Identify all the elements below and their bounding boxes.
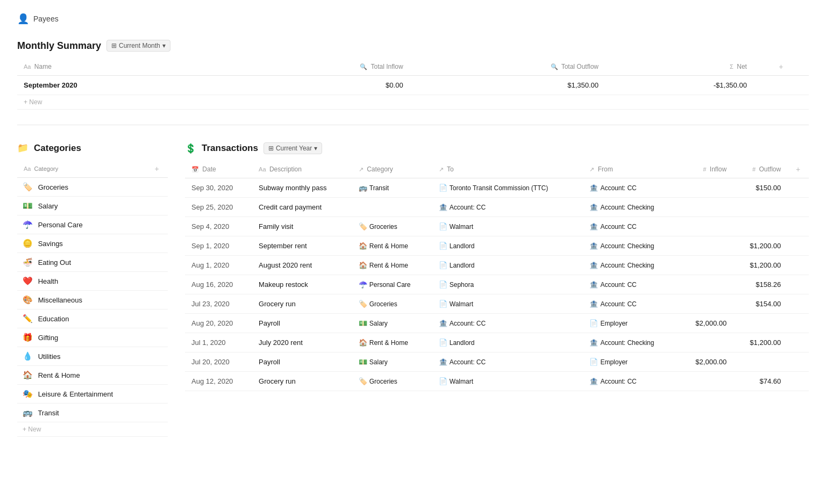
summary-add-col-icon[interactable]: +	[779, 62, 783, 71]
transaction-row[interactable]: Sep 30, 2020 Subway monthly pass 🚌Transi…	[185, 178, 809, 198]
category-item[interactable]: 🍜 Eating Out	[17, 253, 146, 272]
category-label: Gifting	[38, 334, 59, 342]
txn-category-tag: 🏠Rent & Home	[359, 242, 408, 250]
transactions-filter-btn[interactable]: ⊞ Current Year ▾	[264, 142, 322, 154]
txn-to-icon: 📄	[439, 242, 447, 250]
txn-row-plus	[787, 236, 809, 256]
summary-new-row[interactable]: + New	[17, 95, 809, 110]
category-label: Miscellaneous	[38, 296, 82, 304]
txn-from-tag: 🏦 Account: CC	[589, 377, 636, 385]
txn-add-col-icon[interactable]: +	[796, 165, 800, 174]
txn-col-add[interactable]: +	[787, 161, 809, 178]
txn-to-icon: 📄	[439, 184, 447, 192]
category-item[interactable]: 🏠 Rent & Home	[17, 366, 146, 385]
category-row[interactable]: 🍜 Eating Out	[17, 253, 168, 272]
transaction-row[interactable]: Aug 12, 2020 Grocery run 🏷️Groceries 📄 W…	[185, 372, 809, 391]
category-item[interactable]: 💧 Utilities	[17, 347, 146, 366]
txn-col-description: Aa Description	[252, 161, 352, 178]
category-row[interactable]: 🏠 Rent & Home	[17, 366, 168, 385]
txn-from: 📄 Employer	[583, 314, 679, 333]
txn-cat-icon: 🚌	[359, 184, 367, 192]
category-item[interactable]: 💵 Salary	[17, 197, 146, 215]
category-item[interactable]: 🎨 Miscellaneous	[17, 291, 146, 309]
category-row[interactable]: 🚌 Transit	[17, 404, 168, 422]
category-new-row[interactable]: + New	[17, 422, 168, 437]
category-row[interactable]: 🎁 Gifting	[17, 328, 168, 347]
category-row[interactable]: ☂️ Personal Care	[17, 215, 168, 234]
txn-row-plus	[787, 333, 809, 352]
txn-date: Sep 1, 2020	[185, 236, 252, 256]
summary-col-add[interactable]: +	[753, 58, 809, 76]
transaction-row[interactable]: Jul 23, 2020 Grocery run 🏷️Groceries 📄 W…	[185, 294, 809, 314]
txn-date: Aug 1, 2020	[185, 256, 252, 275]
category-row[interactable]: ✏️ Education	[17, 309, 168, 328]
txn-from-tag: 🏦 Account: Checking	[589, 242, 654, 250]
txn-inflow	[679, 372, 733, 391]
payees-header: 👤 Payees	[17, 13, 809, 25]
category-row-plus	[146, 385, 168, 404]
transaction-row[interactable]: Jul 1, 2020 July 2020 rent 🏠Rent & Home …	[185, 333, 809, 352]
txn-from: 🏦 Account: CC	[583, 178, 679, 198]
txn-description: Credit card payment	[252, 198, 352, 217]
category-row[interactable]: 💧 Utilities	[17, 347, 168, 366]
monthly-summary-filter-btn[interactable]: ⊞ Current Month ▾	[106, 40, 170, 52]
txn-category-tag: 💵Salary	[359, 319, 388, 327]
category-icon: 🍜	[23, 257, 33, 267]
payees-label: Payees	[33, 15, 59, 23]
txn-from-tag: 🏦 Account: CC	[589, 300, 636, 308]
transaction-row[interactable]: Aug 20, 2020 Payroll 💵Salary 🏦 Account: …	[185, 314, 809, 333]
cat-col-add[interactable]: +	[146, 160, 168, 178]
category-item[interactable]: ❤️ Health	[17, 272, 146, 291]
txn-to-tag: 📄 Walmart	[439, 222, 473, 231]
category-item[interactable]: ✏️ Education	[17, 309, 146, 328]
transaction-row[interactable]: Jul 20, 2020 Payroll 💵Salary 🏦 Account: …	[185, 352, 809, 372]
txn-outflow	[733, 217, 787, 236]
txn-from: 🏦 Account: CC	[583, 372, 679, 391]
category-row[interactable]: 🪙 Savings	[17, 234, 168, 253]
txn-inflow	[679, 217, 733, 236]
txn-to: 📄 Toronto Transit Commission (TTC)	[432, 178, 583, 198]
transaction-row[interactable]: Sep 25, 2020 Credit card payment 🏦 Accou…	[185, 198, 809, 217]
transaction-row[interactable]: Aug 16, 2020 Makeup restock ☂️Personal C…	[185, 275, 809, 294]
category-item[interactable]: ☂️ Personal Care	[17, 215, 146, 234]
category-item[interactable]: 🪙 Savings	[17, 234, 146, 253]
txn-row-plus	[787, 178, 809, 198]
category-icon: ✏️	[23, 314, 33, 323]
category-item[interactable]: 🎭 Leisure & Entertainment	[17, 385, 146, 404]
category-row[interactable]: ❤️ Health	[17, 272, 168, 291]
summary-month-name: September 2020	[17, 76, 230, 95]
transaction-row[interactable]: Aug 1, 2020 August 2020 rent 🏠Rent & Hom…	[185, 256, 809, 275]
txn-category-tag: 🏷️Groceries	[359, 300, 397, 308]
summary-inflow-value: $0.00	[230, 76, 409, 95]
txn-from-icon: 📄	[589, 358, 598, 366]
txn-to-icon: 🏦	[439, 203, 447, 211]
cat-add-col-icon[interactable]: +	[154, 164, 159, 173]
transaction-row[interactable]: Sep 4, 2020 Family visit 🏷️Groceries 📄 W…	[185, 217, 809, 236]
txn-from-icon: 🏦	[589, 280, 598, 289]
txn-category-tag: 🚌Transit	[359, 184, 389, 192]
category-item[interactable]: 🚌 Transit	[17, 404, 146, 422]
category-item[interactable]: 🎁 Gifting	[17, 328, 146, 347]
txn-date: Jul 20, 2020	[185, 352, 252, 372]
txn-from-tag: 🏦 Account: CC	[589, 280, 636, 289]
transaction-row[interactable]: Sep 1, 2020 September rent 🏠Rent & Home …	[185, 236, 809, 256]
cat-new-label[interactable]: + New	[17, 422, 168, 437]
category-icon: 🎁	[23, 333, 33, 342]
txn-row-plus	[787, 294, 809, 314]
txn-from-icon: 🏦	[589, 184, 598, 192]
category-row[interactable]: 🎨 Miscellaneous	[17, 291, 168, 309]
txn-description: Grocery run	[252, 294, 352, 314]
category-item[interactable]: 🏷️ Groceries	[17, 178, 146, 197]
txn-to: 📄 Walmart	[432, 294, 583, 314]
from-arrow-icon: ↗	[589, 166, 594, 172]
category-row[interactable]: 🎭 Leisure & Entertainment	[17, 385, 168, 404]
txn-col-from: ↗ From	[583, 161, 679, 178]
summary-table-header: Aa Name 🔍 Total Inflow 🔍 Total Outflow Σ…	[17, 58, 809, 76]
txn-date: Aug 12, 2020	[185, 372, 252, 391]
summary-new-label[interactable]: + New	[17, 95, 809, 110]
txn-description: Grocery run	[252, 372, 352, 391]
txn-from-tag: 🏦 Account: Checking	[589, 339, 654, 347]
category-row[interactable]: 🏷️ Groceries	[17, 178, 168, 197]
category-row[interactable]: 💵 Salary	[17, 197, 168, 215]
txn-cat-icon: ☂️	[359, 280, 367, 289]
